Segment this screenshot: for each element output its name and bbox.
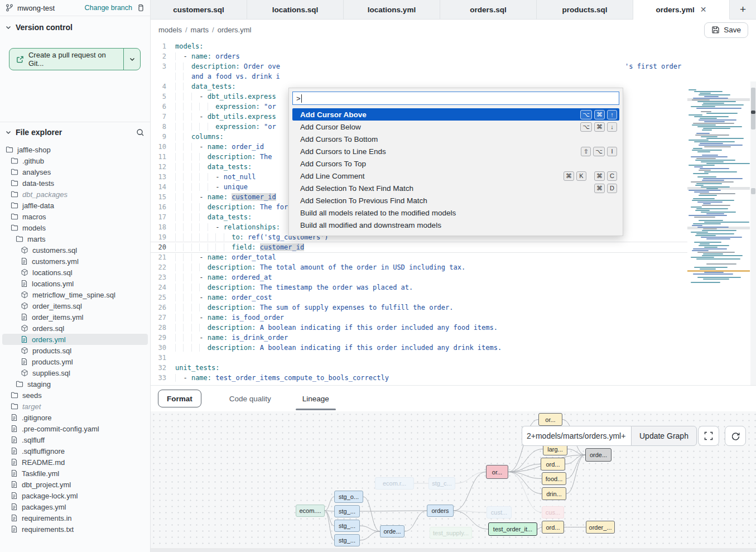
file-explorer-header[interactable]: File explorer	[0, 122, 150, 140]
palette-item-build-all-models-related-to-the-modified-models[interactable]: Build all models related to the modified…	[292, 207, 619, 219]
code-editor[interactable]: 1models:2 - name: orders3 description: O…	[151, 40, 756, 385]
palette-item-add-line-comment[interactable]: Add Line Comment⌘K⌘C	[292, 170, 619, 182]
tree-item-requirements-txt[interactable]: requirements.txt	[2, 524, 148, 535]
format-button[interactable]: Format	[158, 390, 201, 407]
editor-scrollbar[interactable]	[750, 81, 756, 385]
new-tab-button[interactable]: +	[730, 0, 756, 19]
tree-item--pre-commit-config-yaml[interactable]: .pre-commit-config.yaml	[2, 423, 148, 434]
lineage-node-stg_d[interactable]: stg_...	[334, 534, 360, 546]
tree-item-locations-yml[interactable]: locations.yml	[2, 278, 148, 289]
tab-locations-sql[interactable]: locations.sql	[247, 0, 344, 19]
palette-item-add-selection-to-next-find-match[interactable]: Add Selection To Next Find Match⌘D	[292, 182, 619, 194]
lineage-node-stg_c[interactable]: stg_...	[334, 520, 360, 532]
lineage-node-orders[interactable]: orders	[427, 505, 454, 517]
lineage-node-stg_b[interactable]: stg_...	[334, 505, 360, 517]
create-pr-button-main[interactable]: Create a pull request on Git...	[9, 49, 123, 70]
tree-item-locations-sql[interactable]: locations.sql	[2, 267, 148, 278]
lineage-node-order_y3[interactable]: order_...	[586, 521, 615, 534]
update-graph-button[interactable]: Update Graph	[631, 426, 697, 446]
create-pr-button[interactable]: Create a pull request on Git...	[9, 48, 141, 70]
tree-item-jaffle-data[interactable]: jaffle-data	[2, 200, 148, 211]
palette-item-build-all-modified-and-downstream-models[interactable]: Build all modified and downstream models	[292, 219, 619, 231]
tree-item-orders-sql[interactable]: orders.sql	[2, 323, 148, 334]
tree-item-metricflow-time-spine-sql[interactable]: metricflow_time_spine.sql	[2, 289, 148, 300]
tab-locations-yml[interactable]: locations.yml	[344, 0, 440, 19]
lineage-node-or_pink[interactable]: or...	[486, 465, 508, 479]
change-branch-link[interactable]: Change branch	[85, 4, 132, 12]
search-icon[interactable]	[136, 128, 145, 137]
tree-item-orders-yml[interactable]: orders.yml	[2, 334, 148, 345]
tree-item-requirements-in[interactable]: requirements.in	[2, 512, 148, 524]
command-palette-input[interactable]: >	[292, 92, 619, 105]
tree-item-macros[interactable]: macros	[2, 211, 148, 222]
scrollbar-thumb[interactable]	[751, 88, 755, 129]
lineage-node-test_order[interactable]: test_order_it...	[488, 522, 537, 536]
tree-item--sqlfluff[interactable]: .sqlfluff	[2, 434, 148, 445]
tree-item-jaffle-shop[interactable]: jaffle-shop	[2, 144, 148, 155]
tree-item-seeds[interactable]: seeds	[2, 390, 148, 401]
fullscreen-button[interactable]	[698, 426, 719, 446]
tab-customers-sql[interactable]: customers.sql	[151, 0, 247, 19]
tree-item-order-items-yml[interactable]: order_items.yml	[2, 311, 148, 323]
lineage-node-orde_gray[interactable]: orde...	[585, 448, 611, 462]
lineage-node-orde_items[interactable]: orde...	[380, 525, 405, 537]
lineage-node-drin[interactable]: drin...	[542, 487, 566, 500]
lineage-hscrollbar[interactable]	[151, 548, 756, 552]
tree-item--sqlfluffignore[interactable]: .sqlfluffignore	[2, 445, 148, 457]
tab-lineage[interactable]: Lineage	[299, 386, 333, 411]
copy-icon[interactable]	[136, 4, 145, 12]
tab-orders-sql[interactable]: orders.sql	[440, 0, 537, 19]
tab-products-sql[interactable]: products.sql	[537, 0, 633, 19]
save-button[interactable]: Save	[704, 22, 748, 38]
palette-item-add-cursors-to-bottom[interactable]: Add Cursors To Bottom	[292, 133, 619, 145]
refresh-button[interactable]	[725, 426, 746, 446]
tree-item-target[interactable]: target	[2, 401, 148, 412]
lineage-node-test_supply[interactable]: test_supply...	[430, 527, 472, 539]
tab-code-quality[interactable]: Code quality	[226, 386, 275, 411]
tree-item-packages-yml[interactable]: packages.yml	[2, 501, 148, 512]
palette-item-add-cursors-to-top[interactable]: Add Cursors To Top	[292, 157, 619, 170]
tree-item-products-yml[interactable]: products.yml	[2, 356, 148, 367]
tree-item-dbt-project-yml[interactable]: dbt_project.yml	[2, 479, 148, 490]
tree-item-analyses[interactable]: analyses	[2, 166, 148, 177]
version-control-header[interactable]: Version control	[0, 16, 150, 36]
tree-item-customers-sql[interactable]: customers.sql	[2, 244, 148, 256]
tree-item-order-items-sql[interactable]: order_items.sql	[2, 300, 148, 311]
palette-item-add-selection-to-previous-find-match[interactable]: Add Selection To Previous Find Match	[292, 194, 619, 207]
tree-item-customers-yml[interactable]: customers.yml	[2, 256, 148, 267]
lineage-node-ecom_raw[interactable]: ecom....	[296, 505, 325, 517]
tree-item-staging[interactable]: staging	[2, 378, 148, 390]
tree-item-marts[interactable]: marts	[2, 233, 148, 244]
tree-item-supplies-sql[interactable]: supplies.sql	[2, 367, 148, 378]
breadcrumb-marts[interactable]: marts	[191, 26, 209, 34]
lineage-node-ord_y2[interactable]: ord...	[542, 521, 564, 534]
close-tab-icon[interactable]: ✕	[700, 5, 707, 14]
minimap[interactable]	[687, 88, 750, 295]
breadcrumb-models[interactable]: models	[158, 26, 182, 34]
lineage-selector-input[interactable]	[522, 426, 631, 446]
palette-item-add-cursor-below[interactable]: Add Cursor Below⌥⌘↓	[292, 121, 619, 133]
lineage-node-stgc_faded[interactable]: stg_c...	[428, 477, 455, 489]
create-pr-dropdown[interactable]	[123, 49, 140, 70]
tree-item-models[interactable]: models	[2, 222, 148, 233]
tree-item-products-sql[interactable]: products.sql	[2, 345, 148, 356]
lineage-node-ecom_faded[interactable]: ecom.r...	[375, 477, 414, 489]
tree-item-data-tests[interactable]: data-tests	[2, 177, 148, 189]
tree-item-dbt-packages[interactable]: dbt_packages	[2, 189, 148, 200]
tree-item-package-lock-yml[interactable]: package-lock.yml	[2, 490, 148, 501]
tree-item--github[interactable]: .github	[2, 155, 148, 166]
lineage-node-or_y[interactable]: or...	[538, 413, 562, 426]
breadcrumb-orders-yml[interactable]: orders.yml	[218, 26, 252, 34]
lineage-edge	[325, 497, 334, 511]
palette-item-add-cursor-above[interactable]: Add Cursor Above⌥⌘↑	[292, 108, 619, 121]
palette-item-add-cursors-to-line-ends[interactable]: Add Cursors to Line Ends⇧⌥I	[292, 145, 619, 157]
tab-orders-yml[interactable]: orders.yml✕	[633, 0, 730, 20]
lineage-node-food[interactable]: food...	[542, 472, 566, 485]
tree-item-readme-md[interactable]: README.md	[2, 457, 148, 468]
lineage-node-cus_faded[interactable]: cus...	[542, 506, 564, 519]
lineage-node-stg_a[interactable]: stg_o...	[334, 491, 363, 503]
lineage-node-cust_faded[interactable]: cust...	[487, 506, 512, 519]
tree-item-taskfile-yml[interactable]: Taskfile.yml	[2, 468, 148, 479]
lineage-node-ord_y1[interactable]: ord...	[541, 458, 565, 471]
tree-item--gitignore[interactable]: .gitignore	[2, 412, 148, 423]
